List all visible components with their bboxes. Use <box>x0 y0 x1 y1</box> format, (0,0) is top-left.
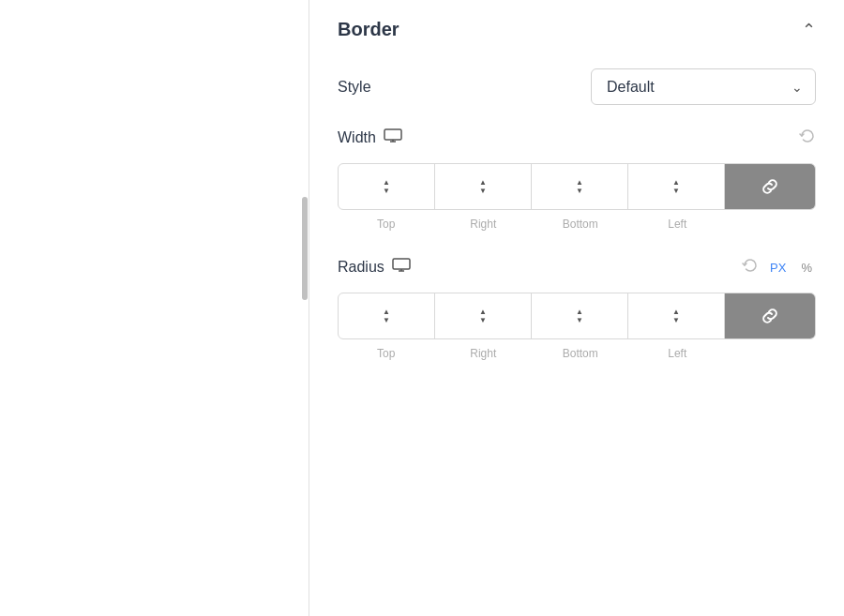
radius-bottom-input[interactable]: ▲ ▼ <box>532 293 628 338</box>
style-label: Style <box>338 79 371 96</box>
radius-top-label: Top <box>338 347 435 360</box>
radius-px-unit[interactable]: PX <box>766 259 790 277</box>
width-bottom-input[interactable]: ▲ ▼ <box>532 164 628 209</box>
radius-right-spinner[interactable]: ▲ ▼ <box>479 308 487 324</box>
radius-top-up-arrow[interactable]: ▲ <box>383 308 390 316</box>
scrollbar-thumb[interactable] <box>302 197 308 300</box>
width-right-label: Right <box>435 218 533 231</box>
radius-top-down-arrow[interactable]: ▼ <box>383 317 390 324</box>
radius-link-button[interactable] <box>725 293 815 338</box>
width-label: Width <box>338 129 376 146</box>
radius-bottom-down-arrow[interactable]: ▼ <box>576 317 583 324</box>
width-reset-icon[interactable] <box>799 128 816 148</box>
svg-rect-0 <box>384 129 401 140</box>
radius-inputs-row: ▲ ▼ ▲ ▼ ▲ ▼ ▲ <box>338 293 816 339</box>
width-left-spinner[interactable]: ▲ ▼ <box>672 179 680 195</box>
radius-reset-icon[interactable] <box>742 257 759 278</box>
radius-monitor-icon <box>392 258 411 277</box>
width-top-label: Top <box>338 218 435 231</box>
width-bottom-down-arrow[interactable]: ▼ <box>576 188 583 195</box>
style-select[interactable]: Default Solid Dashed Dotted Double None <box>591 68 816 105</box>
radius-right-down-arrow[interactable]: ▼ <box>479 317 487 324</box>
width-left-label: Left <box>629 218 727 231</box>
radius-left-input[interactable]: ▲ ▼ <box>628 293 725 338</box>
svg-rect-3 <box>393 259 410 269</box>
style-select-wrapper: Default Solid Dashed Dotted Double None … <box>591 68 816 105</box>
width-left-up-arrow[interactable]: ▲ <box>672 179 680 187</box>
radius-left-label: Left <box>629 347 727 360</box>
width-right-spinner[interactable]: ▲ ▼ <box>479 179 487 195</box>
width-inputs-row: ▲ ▼ ▲ ▼ ▲ ▼ ▲ <box>338 163 816 210</box>
width-link-button[interactable] <box>725 164 815 209</box>
radius-left-down-arrow[interactable]: ▼ <box>672 317 680 324</box>
width-labels-row: Top Right Bottom Left <box>338 218 816 231</box>
radius-bottom-up-arrow[interactable]: ▲ <box>576 308 583 316</box>
radius-top-input[interactable]: ▲ ▼ <box>339 293 435 338</box>
radius-left-up-arrow[interactable]: ▲ <box>672 308 680 316</box>
style-row: Style Default Solid Dashed Dotted Double… <box>338 68 816 105</box>
radius-header: Radius PX % <box>338 257 816 278</box>
scrollbar-track <box>301 0 309 616</box>
width-monitor-icon <box>384 128 402 147</box>
radius-percent-unit[interactable]: % <box>797 259 816 277</box>
width-bottom-label: Bottom <box>532 218 629 231</box>
width-right-up-arrow[interactable]: ▲ <box>479 179 487 187</box>
width-bottom-spinner[interactable]: ▲ ▼ <box>576 179 583 195</box>
width-top-up-arrow[interactable]: ▲ <box>383 179 390 187</box>
radius-left-spinner[interactable]: ▲ ▼ <box>672 308 680 324</box>
section-title: Border <box>338 19 399 40</box>
radius-right-up-arrow[interactable]: ▲ <box>479 308 487 316</box>
radius-label: Radius <box>338 259 384 276</box>
section-header: Border ⌃ <box>338 19 816 40</box>
radius-top-spinner[interactable]: ▲ ▼ <box>383 308 390 324</box>
radius-right-label: Right <box>435 347 533 360</box>
right-panel: Border ⌃ Style Default Solid Dashed Dott… <box>309 0 844 616</box>
left-panel <box>0 0 309 616</box>
width-bottom-up-arrow[interactable]: ▲ <box>576 179 583 187</box>
width-top-input[interactable]: ▲ ▼ <box>339 164 435 209</box>
width-right-down-arrow[interactable]: ▼ <box>479 188 487 195</box>
radius-bottom-label: Bottom <box>532 347 629 360</box>
width-right-input[interactable]: ▲ ▼ <box>435 164 532 209</box>
chevron-up-icon[interactable]: ⌃ <box>802 20 816 40</box>
width-top-spinner[interactable]: ▲ ▼ <box>383 179 390 195</box>
radius-bottom-spinner[interactable]: ▲ ▼ <box>576 308 583 324</box>
width-header: Width <box>338 128 816 148</box>
width-left-down-arrow[interactable]: ▼ <box>672 188 680 195</box>
radius-labels-row: Top Right Bottom Left <box>338 347 816 360</box>
radius-right-input[interactable]: ▲ ▼ <box>435 293 532 338</box>
radius-section: Radius PX % ▲ ▼ <box>338 257 816 360</box>
width-top-down-arrow[interactable]: ▼ <box>383 188 390 195</box>
width-left-input[interactable]: ▲ ▼ <box>628 164 725 209</box>
width-section: Width ▲ ▼ <box>338 128 816 231</box>
